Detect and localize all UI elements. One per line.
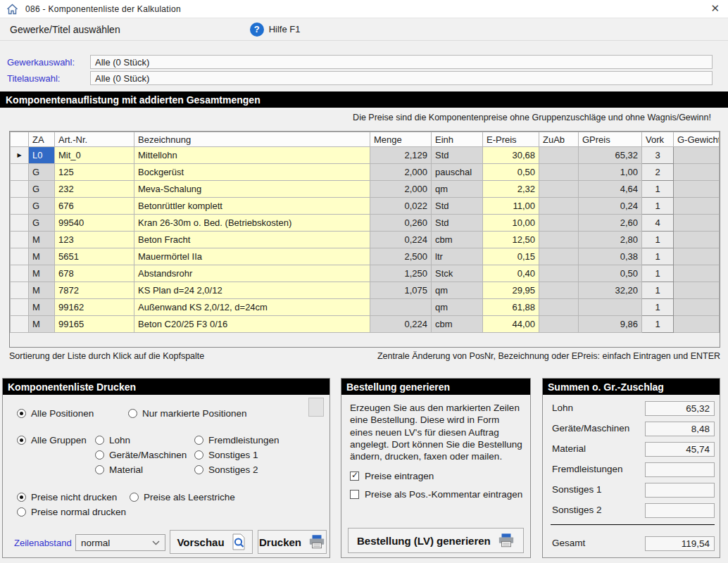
cell-vork[interactable]: 3 (642, 147, 674, 164)
cell-epreis[interactable]: 0,15 (483, 248, 539, 265)
table-row[interactable]: G 232 Meva-Schalung 2,000 qm 2,32 4,64 1 (11, 181, 720, 198)
table-row[interactable]: M 99162 Außenwand KS 2,0/12, d=24cm qm 6… (11, 299, 720, 316)
col-epreis[interactable]: E-Preis (483, 132, 539, 147)
cell-menge[interactable]: 2,000 (370, 181, 432, 198)
table-row[interactable]: G 676 Betonrüttler komplett 0,022 Std 11… (11, 198, 720, 215)
cell-vork[interactable]: 1 (642, 181, 674, 198)
cell-artnr[interactable]: 99165 (55, 316, 134, 333)
cell-bezeichnung[interactable]: Außenwand KS 2,0/12, d=24cm (134, 299, 370, 316)
table-row[interactable]: M 678 Abstandsrohr 1,250 Stck 0,40 0,50 … (11, 265, 720, 282)
cell-za[interactable]: M (29, 265, 55, 282)
cell-epreis[interactable]: 61,88 (483, 299, 539, 316)
table-row[interactable]: ▶ L0 Mit_0 Mittellohn 2,129 Std 30,68 65… (11, 147, 720, 164)
radio-material[interactable]: Material (95, 464, 143, 475)
col-za[interactable]: ZA (29, 132, 55, 147)
cell-za[interactable]: M (29, 248, 55, 265)
cell-artnr[interactable]: 99162 (55, 299, 134, 316)
cell-artnr[interactable]: 676 (55, 198, 134, 215)
cell-epreis[interactable]: 30,68 (483, 147, 539, 164)
cell-artnr[interactable]: 678 (55, 265, 134, 282)
checkbox-preise-pos-kommentar[interactable]: Preise als Pos.-Kommentar eintragen (350, 489, 522, 500)
table-row[interactable]: G 99540 Kran 26-30m o. Bed. (Betriebskos… (11, 215, 720, 232)
cell-artnr[interactable]: 125 (55, 164, 134, 181)
cell-epreis[interactable]: 29,95 (483, 282, 539, 299)
generate-order-button[interactable]: Bestellung (LV) generieren (348, 528, 524, 553)
vorschau-button[interactable]: Vorschau (170, 530, 253, 554)
table-row[interactable]: G 125 Bockgerüst 2,000 pauschal 0,50 1,0… (11, 164, 720, 181)
cell-menge[interactable]: 0,022 (370, 198, 432, 215)
cell-menge[interactable]: 1,075 (370, 282, 432, 299)
cell-bezeichnung[interactable]: Beton C20/25 F3 0/16 (134, 316, 370, 333)
cell-za[interactable]: G (29, 164, 55, 181)
radio-nur-markierte-positionen[interactable]: Nur markierte Positionen (128, 408, 247, 419)
cell-za[interactable]: M (29, 316, 55, 333)
col-vork[interactable]: Vork (642, 132, 674, 147)
cell-bezeichnung[interactable]: Abstandsrohr (134, 265, 370, 282)
cell-epreis[interactable]: 11,00 (483, 198, 539, 215)
table-row[interactable]: M 7872 KS Plan d=24 2,0/12 1,075 qm 29,9… (11, 282, 720, 299)
cell-bezeichnung[interactable]: KS Plan d=24 2,0/12 (134, 282, 370, 299)
cell-epreis[interactable]: 0,40 (483, 265, 539, 282)
radio-preise-normal-drucken[interactable]: Preise normal drucken (17, 507, 126, 517)
radio-preise-nicht-drucken[interactable]: Preise nicht drucken (17, 492, 117, 502)
cell-za[interactable]: M (29, 282, 55, 299)
cell-vork[interactable]: 1 (642, 248, 674, 265)
radio-lohn[interactable]: Lohn (95, 435, 130, 445)
gewerkauswahl-field[interactable]: Alle (0 Stück) (90, 55, 713, 69)
zeilenabstand-select[interactable]: normal (75, 534, 165, 551)
cell-artnr[interactable]: 99540 (55, 215, 134, 232)
cell-artnr[interactable]: 123 (55, 232, 134, 248)
cell-menge[interactable]: 0,224 (370, 232, 432, 248)
table-row[interactable]: M 99165 Beton C20/25 F3 0/16 0,224 cbm 4… (11, 316, 720, 333)
cell-vork[interactable]: 1 (642, 232, 674, 248)
gray-square-button[interactable] (308, 398, 324, 417)
cell-artnr[interactable]: 232 (55, 181, 134, 198)
radio-sonstiges-1[interactable]: Sonstiges 1 (194, 450, 258, 460)
cell-epreis[interactable]: 12,50 (483, 232, 539, 248)
cell-menge[interactable] (370, 299, 432, 316)
cell-za[interactable]: G (29, 181, 55, 198)
table-row[interactable]: M 123 Beton Fracht 0,224 cbm 12,50 2,80 … (11, 232, 720, 248)
cell-vork[interactable]: 1 (642, 299, 674, 316)
radio-alle-gruppen[interactable]: Alle Gruppen (17, 435, 87, 445)
radio-fremdleistungen[interactable]: Fremdleistungen (194, 435, 280, 445)
select-gewerke-titel-menu[interactable]: Gewerke/Titel auswählen (0, 24, 130, 35)
cell-za[interactable]: M (29, 299, 55, 316)
cell-vork[interactable]: 1 (642, 316, 674, 333)
cell-bezeichnung[interactable]: Mittellohn (134, 147, 370, 164)
cell-epreis[interactable]: 0,50 (483, 164, 539, 181)
cell-vork[interactable]: 4 (642, 215, 674, 232)
radio-preise-als-leerstriche[interactable]: Preise als Leerstriche (130, 492, 235, 502)
cell-menge[interactable]: 2,500 (370, 248, 432, 265)
col-artnr[interactable]: Art.-Nr. (55, 132, 134, 147)
help-menu[interactable]: ? Hilfe F1 (250, 23, 301, 37)
cell-vork[interactable]: 1 (642, 265, 674, 282)
cell-bezeichnung[interactable]: Kran 26-30m o. Bed. (Betriebskosten) (134, 215, 370, 232)
col-einh[interactable]: Einh (432, 132, 483, 147)
radio-sonstiges-2[interactable]: Sonstiges 2 (194, 464, 258, 475)
cell-za[interactable]: M (29, 232, 55, 248)
cell-menge[interactable]: 0,224 (370, 316, 432, 333)
cell-artnr[interactable]: 7872 (55, 282, 134, 299)
cell-menge[interactable]: 1,250 (370, 265, 432, 282)
cell-menge[interactable]: 2,000 (370, 164, 432, 181)
col-zuab[interactable]: ZuAb (539, 132, 579, 147)
cell-bezeichnung[interactable]: Meva-Schalung (134, 181, 370, 198)
checkbox-preise-eintragen[interactable]: Preise eintragen (350, 471, 434, 481)
close-icon[interactable]: ✕ (710, 2, 720, 15)
col-ggewicht[interactable]: G-Gewicht (674, 132, 720, 147)
cell-epreis[interactable]: 10,00 (483, 215, 539, 232)
radio-alle-positionen[interactable]: Alle Positionen (17, 408, 94, 419)
cell-vork[interactable]: 1 (642, 282, 674, 299)
radio-geraete-maschinen[interactable]: Geräte/Maschinen (95, 450, 187, 460)
cell-bezeichnung[interactable]: Mauermörtel IIa (134, 248, 370, 265)
cell-bezeichnung[interactable]: Betonrüttler komplett (134, 198, 370, 215)
cell-menge[interactable]: 2,129 (370, 147, 432, 164)
table-row[interactable]: M 5651 Mauermörtel IIa 2,500 ltr 0,15 0,… (11, 248, 720, 265)
cell-za[interactable]: G (29, 198, 55, 215)
cell-za[interactable]: G (29, 215, 55, 232)
cell-artnr[interactable]: 5651 (55, 248, 134, 265)
drucken-button[interactable]: Drucken (258, 530, 327, 554)
titelauswahl-field[interactable]: Alle (0 Stück) (90, 71, 713, 85)
col-gpreis[interactable]: GPreis (579, 132, 642, 147)
